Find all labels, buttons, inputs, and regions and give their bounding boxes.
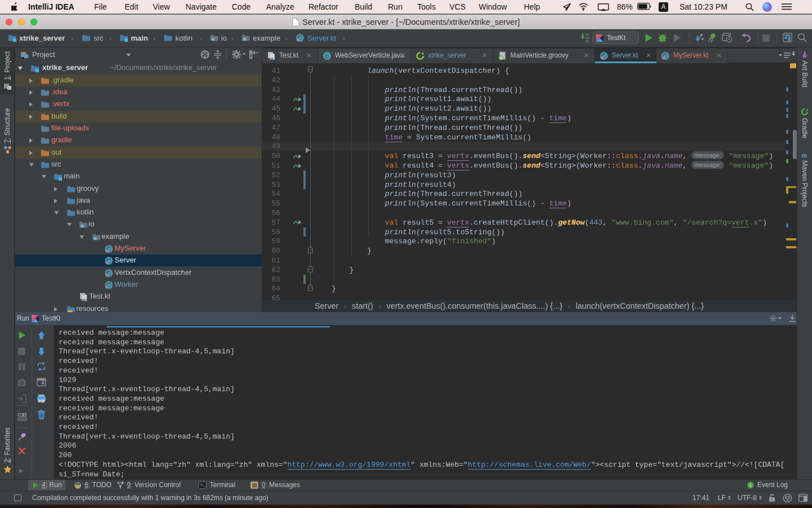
svg-text:01: 01 [585, 40, 589, 43]
svg-text:C: C [325, 53, 329, 59]
svg-text:G: G [500, 55, 503, 60]
svg-text:1: 1 [749, 483, 752, 488]
